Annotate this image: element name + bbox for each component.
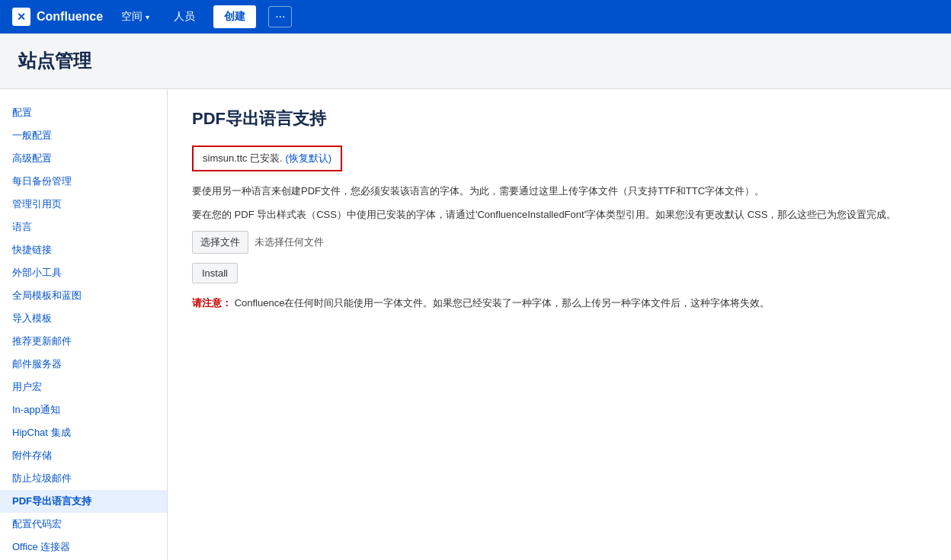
install-button[interactable]: Install (192, 263, 238, 283)
spaces-chevron-icon: ▾ (146, 13, 149, 21)
sidebar-item-language[interactable]: 语言 (0, 216, 167, 238)
sidebar-item-office-connector[interactable]: Office 连接器 (0, 536, 167, 558)
spaces-label: 空间 (121, 10, 142, 24)
sidebar-item-general-config[interactable]: 一般配置 (0, 124, 167, 147)
top-nav: ✕ Confluence 空间 ▾ 人员 创建 ··· (0, 0, 951, 34)
sidebar-item-import-templates[interactable]: 导入模板 (0, 307, 167, 330)
people-label: 人员 (174, 10, 195, 24)
sidebar-item-hipchat[interactable]: HipChat 集成 (0, 421, 167, 444)
main-layout: 配置 一般配置 高级配置 每日备份管理 管理引用页 语言 快捷链接 外部小工具 … (0, 89, 951, 560)
confluence-logo-icon: ✕ (12, 8, 30, 26)
logo-text: Confluence (37, 10, 103, 24)
sidebar-item-global-templates[interactable]: 全局模板和蓝图 (0, 284, 167, 307)
info-paragraph-2: 要在您的 PDF 导出样式表（CSS）中使用已安装的字体，请通过'Conflue… (192, 207, 927, 223)
more-button[interactable]: ··· (268, 6, 292, 27)
sidebar-item-config[interactable]: 配置 (0, 101, 167, 124)
sidebar-item-spam[interactable]: 防止垃圾邮件 (0, 467, 167, 490)
sidebar-item-shortcuts[interactable]: 快捷链接 (0, 238, 167, 261)
nav-people[interactable]: 人员 (168, 7, 201, 27)
section-title: PDF导出语言支持 (192, 107, 927, 130)
sidebar-item-attachment[interactable]: 附件存储 (0, 444, 167, 467)
restore-default-link[interactable]: (恢复默认) (285, 152, 331, 164)
sidebar-item-pdf-export[interactable]: PDF导出语言支持 (0, 490, 167, 513)
status-box: simsun.ttc 已安装. (恢复默认) (192, 146, 342, 171)
sidebar-item-mail-server[interactable]: 邮件服务器 (0, 353, 167, 376)
file-input-row: 选择文件 未选择任何文件 (192, 231, 927, 254)
sidebar-item-inapp-notify[interactable]: In-app通知 (0, 398, 167, 421)
main-content: PDF导出语言支持 simsun.ttc 已安装. (恢复默认) 要使用另一种语… (168, 89, 951, 560)
choose-file-button[interactable]: 选择文件 (192, 231, 248, 254)
file-label: 未选择任何文件 (255, 235, 324, 249)
sidebar-item-advanced-config[interactable]: 高级配置 (0, 147, 167, 170)
page-header: 站点管理 (0, 34, 951, 89)
sidebar-item-recommended-updates[interactable]: 推荐更新邮件 (0, 330, 167, 353)
sidebar-item-daily-backup[interactable]: 每日备份管理 (0, 170, 167, 193)
nav-spaces[interactable]: 空间 ▾ (115, 7, 155, 27)
sidebar-item-code-macro[interactable]: 配置代码宏 (0, 513, 167, 536)
notice-label: 请注意： (192, 297, 232, 309)
status-text: simsun.ttc 已安装. (203, 152, 283, 164)
sidebar-item-manage-ref[interactable]: 管理引用页 (0, 193, 167, 216)
info-paragraph-1: 要使用另一种语言来创建PDF文件，您必须安装该语言的字体。为此，需要通过这里上传… (192, 184, 927, 200)
sidebar-item-user-macros[interactable]: 用户宏 (0, 376, 167, 398)
logo: ✕ Confluence (12, 8, 103, 26)
sidebar: 配置 一般配置 高级配置 每日备份管理 管理引用页 语言 快捷链接 外部小工具 … (0, 89, 168, 560)
sidebar-item-external-gadgets[interactable]: 外部小工具 (0, 261, 167, 284)
notice-paragraph: 请注意： Confluence在任何时间只能使用一字体文件。如果您已经安装了一种… (192, 296, 927, 312)
create-button[interactable]: 创建 (213, 5, 256, 28)
page-title: 站点管理 (18, 49, 933, 73)
notice-text: Confluence在任何时间只能使用一字体文件。如果您已经安装了一种字体，那么… (235, 297, 770, 309)
